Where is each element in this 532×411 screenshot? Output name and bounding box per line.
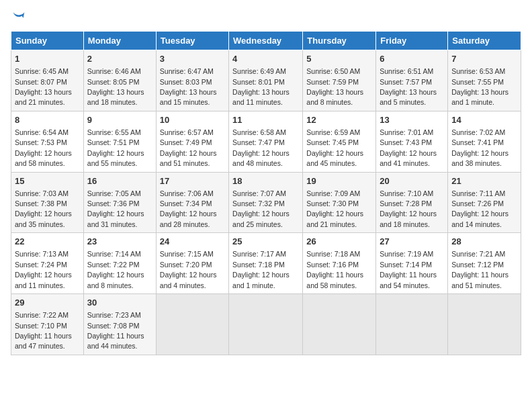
sunrise-info: Sunrise: 6:46 AM xyxy=(87,67,141,75)
sunset-info: Sunset: 7:18 PM xyxy=(232,261,285,269)
day-number: 8 xyxy=(15,114,80,126)
sunrise-info: Sunrise: 6:45 AM xyxy=(15,67,69,75)
day-number: 1 xyxy=(15,53,80,65)
sunset-info: Sunset: 7:59 PM xyxy=(306,78,359,86)
sunrise-info: Sunrise: 6:47 AM xyxy=(160,67,214,75)
day-number: 3 xyxy=(160,53,225,65)
calendar-table: SundayMondayTuesdayWednesdayThursdayFrid… xyxy=(11,31,521,355)
sunset-info: Sunset: 8:05 PM xyxy=(87,78,140,86)
sunset-info: Sunset: 7:30 PM xyxy=(306,199,359,208)
sunrise-info: Sunrise: 7:06 AM xyxy=(160,189,214,197)
daylight-info: Daylight: 12 hours and 51 minutes. xyxy=(160,149,217,167)
day-number: 21 xyxy=(451,175,517,187)
sunset-info: Sunset: 7:22 PM xyxy=(87,261,140,269)
daylight-info: Daylight: 12 hours and 14 minutes. xyxy=(451,210,508,228)
daylight-info: Daylight: 12 hours and 21 minutes. xyxy=(306,210,363,228)
calendar-cell: 1Sunrise: 6:45 AMSunset: 8:07 PMDaylight… xyxy=(11,50,84,111)
sunset-info: Sunset: 7:51 PM xyxy=(87,138,140,146)
sunset-info: Sunset: 7:14 PM xyxy=(380,261,432,269)
sunrise-info: Sunrise: 6:53 AM xyxy=(451,67,505,75)
sunset-info: Sunset: 7:45 PM xyxy=(306,138,359,146)
calendar-cell: 13Sunrise: 7:01 AMSunset: 7:43 PMDayligh… xyxy=(376,111,448,172)
day-header-monday: Monday xyxy=(83,32,156,50)
sunrise-info: Sunrise: 7:05 AM xyxy=(87,189,141,197)
day-number: 27 xyxy=(380,236,444,248)
calendar-cell: 25Sunrise: 7:17 AMSunset: 7:18 PMDayligh… xyxy=(229,233,303,294)
calendar-cell: 10Sunrise: 6:57 AMSunset: 7:49 PMDayligh… xyxy=(156,111,228,172)
daylight-info: Daylight: 12 hours and 35 minutes. xyxy=(15,210,72,228)
calendar-cell: 28Sunrise: 7:21 AMSunset: 7:12 PMDayligh… xyxy=(448,233,521,294)
day-number: 19 xyxy=(306,175,372,187)
sunrise-info: Sunrise: 7:03 AM xyxy=(15,189,69,197)
daylight-info: Daylight: 12 hours and 45 minutes. xyxy=(306,149,363,167)
sunrise-info: Sunrise: 6:57 AM xyxy=(160,128,214,136)
daylight-info: Daylight: 13 hours and 5 minutes. xyxy=(380,88,437,106)
sunrise-info: Sunrise: 7:11 AM xyxy=(451,189,505,197)
day-number: 10 xyxy=(160,114,225,126)
day-number: 22 xyxy=(15,236,80,248)
calendar-week-row: 22Sunrise: 7:13 AMSunset: 7:24 PMDayligh… xyxy=(11,233,521,294)
calendar-cell: 29Sunrise: 7:22 AMSunset: 7:10 PMDayligh… xyxy=(11,294,84,355)
day-number: 18 xyxy=(232,175,299,187)
sunrise-info: Sunrise: 6:49 AM xyxy=(232,67,286,75)
calendar-cell: 12Sunrise: 6:59 AMSunset: 7:45 PMDayligh… xyxy=(303,111,376,172)
daylight-info: Daylight: 13 hours and 8 minutes. xyxy=(306,88,363,106)
daylight-info: Daylight: 12 hours and 38 minutes. xyxy=(451,149,508,167)
logo xyxy=(11,11,26,23)
daylight-info: Daylight: 13 hours and 18 minutes. xyxy=(87,88,144,106)
calendar-cell: 18Sunrise: 7:07 AMSunset: 7:32 PMDayligh… xyxy=(229,172,303,233)
sunset-info: Sunset: 8:01 PM xyxy=(232,78,285,86)
daylight-info: Daylight: 12 hours and 28 minutes. xyxy=(160,210,217,228)
sunrise-info: Sunrise: 7:18 AM xyxy=(306,250,360,258)
day-header-wednesday: Wednesday xyxy=(229,32,303,50)
calendar-cell: 5Sunrise: 6:50 AMSunset: 7:59 PMDaylight… xyxy=(303,50,376,111)
daylight-info: Daylight: 12 hours and 11 minutes. xyxy=(15,271,72,289)
daylight-info: Daylight: 11 hours and 51 minutes. xyxy=(451,271,508,289)
day-number: 12 xyxy=(306,114,372,126)
calendar-cell: 2Sunrise: 6:46 AMSunset: 8:05 PMDaylight… xyxy=(83,50,156,111)
day-number: 7 xyxy=(451,53,517,65)
sunset-info: Sunset: 7:55 PM xyxy=(451,78,504,86)
sunset-info: Sunset: 7:20 PM xyxy=(160,261,212,269)
sunset-info: Sunset: 7:28 PM xyxy=(380,199,432,208)
sunset-info: Sunset: 8:07 PM xyxy=(15,78,67,86)
sunrise-info: Sunrise: 6:50 AM xyxy=(306,67,360,75)
day-header-saturday: Saturday xyxy=(448,32,521,50)
calendar-cell: 22Sunrise: 7:13 AMSunset: 7:24 PMDayligh… xyxy=(11,233,84,294)
sunset-info: Sunset: 7:32 PM xyxy=(232,199,285,208)
calendar-cell xyxy=(156,294,228,355)
calendar-cell: 14Sunrise: 7:02 AMSunset: 7:41 PMDayligh… xyxy=(448,111,521,172)
daylight-info: Daylight: 12 hours and 48 minutes. xyxy=(232,149,290,167)
day-number: 25 xyxy=(232,236,299,248)
sunset-info: Sunset: 8:03 PM xyxy=(160,78,212,86)
calendar-cell: 20Sunrise: 7:10 AMSunset: 7:28 PMDayligh… xyxy=(376,172,448,233)
logo-bird-icon xyxy=(12,11,26,23)
calendar-week-row: 29Sunrise: 7:22 AMSunset: 7:10 PMDayligh… xyxy=(11,294,521,355)
daylight-info: Daylight: 11 hours and 58 minutes. xyxy=(306,271,363,289)
calendar-cell: 17Sunrise: 7:06 AMSunset: 7:34 PMDayligh… xyxy=(156,172,228,233)
day-number: 20 xyxy=(380,175,444,187)
sunrise-info: Sunrise: 6:51 AM xyxy=(380,67,433,75)
daylight-info: Daylight: 11 hours and 47 minutes. xyxy=(15,332,72,350)
daylight-info: Daylight: 13 hours and 1 minute. xyxy=(451,88,508,106)
day-number: 23 xyxy=(87,236,152,248)
day-number: 28 xyxy=(451,236,517,248)
day-number: 14 xyxy=(451,114,517,126)
day-number: 16 xyxy=(87,175,152,187)
sunrise-info: Sunrise: 7:14 AM xyxy=(87,250,141,258)
daylight-info: Daylight: 12 hours and 58 minutes. xyxy=(15,149,72,167)
sunset-info: Sunset: 7:38 PM xyxy=(15,199,67,208)
daylight-info: Daylight: 12 hours and 31 minutes. xyxy=(87,210,144,228)
calendar-cell: 30Sunrise: 7:23 AMSunset: 7:08 PMDayligh… xyxy=(83,294,156,355)
day-number: 30 xyxy=(87,297,152,309)
day-number: 2 xyxy=(87,53,152,65)
sunset-info: Sunset: 7:36 PM xyxy=(87,199,140,208)
calendar-cell: 16Sunrise: 7:05 AMSunset: 7:36 PMDayligh… xyxy=(83,172,156,233)
calendar-cell: 15Sunrise: 7:03 AMSunset: 7:38 PMDayligh… xyxy=(11,172,84,233)
sunset-info: Sunset: 7:49 PM xyxy=(160,138,212,146)
sunset-info: Sunset: 7:26 PM xyxy=(451,199,504,208)
sunrise-info: Sunrise: 6:58 AM xyxy=(232,128,286,136)
sunset-info: Sunset: 7:10 PM xyxy=(15,322,67,330)
day-number: 17 xyxy=(160,175,225,187)
sunset-info: Sunset: 7:08 PM xyxy=(87,322,140,330)
